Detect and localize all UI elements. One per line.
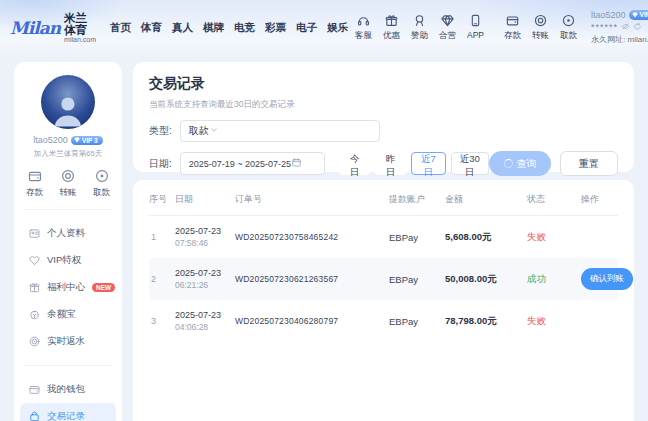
reset-button[interactable]: 重置 (560, 151, 618, 176)
date-preset-button[interactable]: 昨日 (375, 152, 406, 175)
type-select[interactable]: 取款 (180, 120, 380, 142)
transfer-icon (60, 168, 76, 184)
nav-link[interactable]: 首页 (110, 21, 131, 35)
sidebar-item-label: 福利中心 (47, 281, 85, 294)
date-range-input[interactable]: 2025-07-19 ~ 2025-07-25 (180, 152, 325, 175)
nav-link[interactable]: 电竞 (234, 21, 255, 35)
navbar-action-label: 优惠 (383, 30, 400, 42)
nav-link[interactable]: 彩票 (265, 21, 286, 35)
diamond-icon (440, 13, 455, 28)
row-status: 失败 (527, 315, 579, 328)
vip-level-text: VIP 3 (82, 137, 98, 144)
table-column-header: 序号 (149, 193, 173, 206)
table-column-header: 状态 (527, 193, 579, 206)
row-date: 2025-07-2307:58:46 (175, 225, 233, 249)
sidebar-item-label: 交易记录 (47, 410, 85, 421)
row-amount: 50,008.00元 (445, 273, 525, 286)
sidebar: ltao5200 VIP 3 加入米兰体育第65天 存款转账取款 个人资料VIP… (14, 62, 122, 421)
sidebar-item[interactable]: VIP特权 (20, 247, 116, 274)
filter-actions: 查询 重置 (489, 151, 618, 176)
filter-panel: 交易记录 当前系统支持查询最近30日的交易记录 类型: 取款 日期: 2025-… (133, 62, 634, 172)
logo-text: 米兰体育 milan.com (64, 12, 96, 43)
sidebar-quick-action[interactable]: 转账 (60, 168, 77, 199)
table-column-header: 订单号 (235, 193, 387, 206)
sidebar-item-label: 个人资料 (47, 227, 85, 240)
row-account: EBPay (389, 274, 443, 285)
row-amount: 78,798.00元 (445, 315, 525, 328)
gift-icon (28, 281, 41, 294)
table-row: 32025-07-2304:06:28WD202507230406280797E… (149, 300, 618, 342)
main-nav: 首页体育真人棋牌电竞彩票电子娱乐 (110, 21, 348, 35)
row-status: 成功 (527, 273, 579, 286)
gem-icon (632, 12, 638, 18)
table-body: 12025-07-2307:58:46WD202507230758465242E… (149, 216, 618, 342)
row-amount: 5,608.00元 (445, 231, 525, 244)
wallet-icon (28, 383, 41, 396)
sidebar-item[interactable]: 个人资料 (20, 220, 116, 247)
row-date: 2025-07-2306:21:26 (175, 267, 233, 291)
navbar-action-label: 赞助 (411, 30, 428, 42)
date-preset-button[interactable]: 近7日 (411, 152, 446, 175)
username: ltao5200 (33, 135, 68, 145)
sidebar-item[interactable]: 余额宝 (20, 301, 116, 328)
date-preset-button[interactable]: 近30日 (451, 152, 489, 175)
type-filter-row: 类型: 取款 (149, 120, 618, 142)
sidebar-item-label: 余额宝 (47, 308, 76, 321)
sidebar-item-label: VIP特权 (47, 254, 81, 267)
confirm-receipt-button[interactable]: 确认到账 (581, 268, 633, 290)
quick-action-label: 存款 (26, 187, 43, 199)
navbar-action[interactable]: 转账 (528, 13, 553, 42)
nav-link[interactable]: 娱乐 (327, 21, 348, 35)
vip-level-text: VIP 3 (640, 11, 648, 19)
transfer-icon (533, 13, 548, 28)
nav-link[interactable]: 棋牌 (203, 21, 224, 35)
navbar-action[interactable]: 存款 (500, 13, 525, 42)
date-preset-button[interactable]: 今日 (339, 152, 370, 175)
refresh-icon (633, 22, 642, 31)
table-header-row: 序号日期订单号提款账户金额状态操作 (149, 184, 618, 216)
site-url-row: 永久网址: milan.com (591, 35, 648, 46)
sidebar-item[interactable]: 我的钱包 (20, 376, 116, 403)
nav-link[interactable]: 体育 (141, 21, 162, 35)
joined-days-text: 加入米兰体育第65天 (14, 149, 122, 159)
navbar-action[interactable]: 客服 (351, 13, 376, 42)
row-index: 2 (149, 274, 173, 284)
row-account: EBPay (389, 316, 443, 327)
navbar-actions: 客服优惠赞助合营APP存款转账取款 (348, 13, 581, 42)
top-navbar: Milan 米兰体育 milan.com 首页体育真人棋牌电竞彩票电子娱乐 客服… (0, 0, 648, 55)
gift-icon (384, 13, 399, 28)
calendar-icon (291, 157, 302, 168)
refresh-balance-button[interactable] (633, 22, 642, 34)
nav-link[interactable]: 电子 (296, 21, 317, 35)
search-button[interactable]: 查询 (489, 151, 551, 176)
chevron-down-icon (209, 125, 219, 137)
brand-logo[interactable]: Milan 米兰体育 milan.com (10, 12, 96, 43)
search-button-label: 查询 (517, 157, 537, 171)
sidebar-quick-action[interactable]: 存款 (26, 168, 43, 199)
divider (24, 365, 112, 366)
person-silhouette-icon (49, 91, 87, 129)
navbar-action[interactable]: 赞助 (407, 13, 432, 42)
sidebar-item[interactable]: 交易记录 (20, 403, 116, 421)
navbar-action[interactable]: 优惠 (379, 13, 404, 42)
sidebar-item[interactable]: 实时返水 (20, 328, 116, 355)
loading-spinner-icon (504, 159, 513, 168)
site-url-label: 永久网址: milan.com (591, 35, 648, 45)
table-column-header: 提款账户 (389, 193, 443, 206)
navbar-action[interactable]: 合营 (435, 13, 460, 42)
navbar-action-label: 取款 (560, 30, 577, 42)
hide-balance-toggle[interactable] (621, 22, 630, 34)
type-label: 类型: (149, 124, 172, 138)
target-icon (28, 335, 41, 348)
nav-link[interactable]: 真人 (172, 21, 193, 35)
avatar[interactable] (41, 75, 95, 129)
sidebar-item[interactable]: 福利中心NEW (20, 274, 116, 301)
profile-name-row: ltao5200 VIP 3 (14, 135, 122, 145)
table-row: 12025-07-2307:58:46WD202507230758465242E… (149, 216, 618, 258)
navbar-action-label: 存款 (504, 30, 521, 42)
sidebar-quick-action[interactable]: 取款 (93, 168, 110, 199)
navbar-action[interactable]: 取款 (556, 13, 581, 42)
navbar-action-label: 合营 (439, 30, 456, 42)
date-range-presets: 今日昨日近7日近30日 (339, 152, 489, 175)
navbar-action[interactable]: APP (463, 13, 488, 42)
